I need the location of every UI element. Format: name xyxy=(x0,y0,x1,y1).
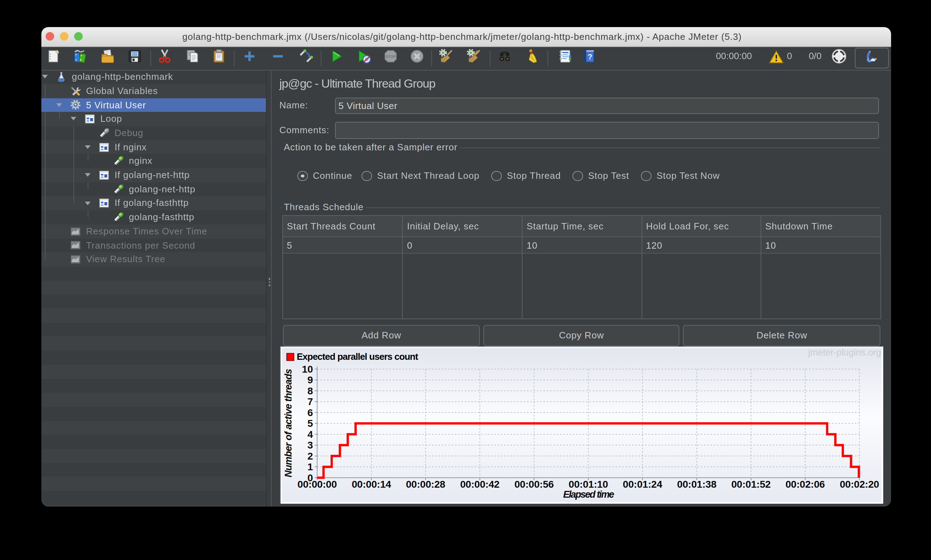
svg-text:7: 7 xyxy=(307,397,313,408)
svg-text:?: ? xyxy=(588,52,592,61)
svg-text:00:00:00: 00:00:00 xyxy=(297,479,336,490)
svg-text:9: 9 xyxy=(307,375,313,386)
svg-text:00:02:20: 00:02:20 xyxy=(839,479,879,490)
svg-text:10: 10 xyxy=(302,364,313,375)
svg-text:1: 1 xyxy=(307,462,313,473)
svg-text:4: 4 xyxy=(307,429,313,440)
svg-text:00:02:06: 00:02:06 xyxy=(785,479,825,490)
svg-text:00:00:28: 00:00:28 xyxy=(405,479,445,490)
svg-text:00:01:52: 00:01:52 xyxy=(731,479,770,490)
svg-text:2: 2 xyxy=(307,451,313,462)
svg-text:00:01:38: 00:01:38 xyxy=(677,479,716,490)
svg-text:00:01:24: 00:01:24 xyxy=(623,479,662,490)
svg-text:jmeter-plugins.org: jmeter-plugins.org xyxy=(808,347,881,358)
svg-text:Number of active threads: Number of active threads xyxy=(283,369,293,478)
svg-text:6: 6 xyxy=(307,408,313,418)
svg-text:3: 3 xyxy=(307,440,313,451)
svg-text:Expected parallel users count: Expected parallel users count xyxy=(296,352,418,362)
svg-text:STOP: STOP xyxy=(385,54,396,58)
svg-text:00:00:42: 00:00:42 xyxy=(460,479,499,490)
svg-text:0: 0 xyxy=(307,473,313,484)
svg-text:00:01:10: 00:01:10 xyxy=(569,479,608,490)
svg-text:00:00:14: 00:00:14 xyxy=(351,479,391,490)
svg-text:8: 8 xyxy=(307,386,313,397)
svg-text:00:00:56: 00:00:56 xyxy=(514,479,553,490)
svg-text:Elapsed time: Elapsed time xyxy=(563,489,614,500)
svg-text:5: 5 xyxy=(307,418,313,429)
